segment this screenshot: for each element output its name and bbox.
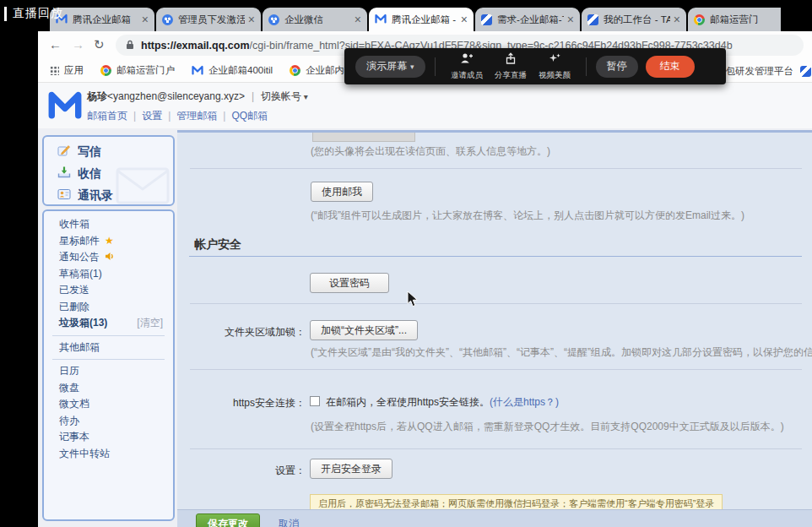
divider	[190, 303, 802, 304]
https-text: 在邮箱内，全程使用https安全链接。	[326, 396, 490, 408]
sidebar-item-announcements[interactable]: 通知公告	[44, 249, 173, 266]
bookmark-exmail-400[interactable]: 企业邮箱400itil	[192, 63, 273, 79]
sidebar-item-notebook[interactable]: 记事本	[44, 429, 173, 446]
sidebar-item-wedoc[interactable]: 微文档	[44, 396, 173, 413]
close-icon[interactable]: ×	[248, 14, 255, 25]
sidebar-item-todo[interactable]: 待办	[44, 413, 173, 430]
sidebar-folders: 收件箱 星标邮件★ 通知公告 草稿箱(1) 已发送 已删除 垃圾箱(13)[清空…	[42, 209, 175, 521]
tab-wecom[interactable]: 企业微信 ×	[263, 8, 367, 31]
tab-label: 需求-企业邮箱-TA	[497, 14, 564, 26]
close-icon[interactable]: ×	[355, 14, 361, 25]
divider	[52, 359, 165, 360]
folder-label: 垃圾箱(13)	[59, 316, 107, 330]
tab-label: 腾讯企业邮箱 - 常	[392, 14, 457, 26]
toolbar-item-label: 视频美颜	[539, 69, 571, 80]
sidebar-item-junk[interactable]: 垃圾箱(13)[清空]	[44, 315, 173, 332]
user-email: <yangzhen@silenceyang.xyz>	[107, 90, 245, 102]
sidebar-item-sent[interactable]: 已发送	[44, 282, 173, 299]
avatar-upload-button-clipped[interactable]	[312, 133, 415, 142]
toolbar-item-label: 邀请成员	[451, 69, 483, 80]
link-qq-mail[interactable]: QQ邮箱	[217, 109, 268, 123]
inbox-download-icon	[57, 166, 71, 182]
close-icon[interactable]: ×	[461, 14, 468, 25]
folder-label: 草稿箱(1)	[59, 267, 102, 281]
https-note: (设置全程https后，若从QQ进入邮箱，需重新登录QQ才生效。目前支持QQ20…	[311, 420, 784, 434]
sidebar-actions: 写信 收信 通讯录	[42, 135, 175, 206]
meeting-toolbar: 演示屏幕 邀请成员 分享直播 视频美颜 暂停 结束	[344, 48, 726, 84]
speaker-icon	[105, 252, 115, 264]
wecom-icon	[162, 14, 173, 25]
end-button[interactable]: 结束	[646, 56, 695, 78]
screen: { "overlay": { "live_badge": "直播回放", "to…	[0, 0, 812, 527]
present-screen-button[interactable]: 演示屏幕	[355, 56, 425, 78]
chrome-icon	[100, 65, 111, 76]
sidebar-item-receive[interactable]: 收信	[44, 163, 173, 185]
enable-secure-login-button[interactable]: 开启安全登录	[310, 459, 392, 479]
mailme-button[interactable]: 使用邮我	[311, 182, 373, 202]
folder-label: 文件中转站	[59, 447, 110, 461]
back-icon[interactable]: ←	[49, 37, 62, 52]
save-changes-button[interactable]: 保存更改	[196, 513, 260, 527]
bookmark-mail-portal[interactable]: 邮箱运营门户	[100, 64, 175, 77]
close-icon[interactable]: ×	[674, 14, 680, 25]
switch-account-link[interactable]: 切换帐号	[261, 90, 308, 102]
bookmark-outsourcing-platform[interactable]: 外包研发管理平台	[716, 59, 812, 83]
sidebar-item-contacts[interactable]: 通讯录	[44, 185, 173, 206]
exmail-icon	[375, 12, 387, 27]
chrome-icon	[290, 65, 300, 76]
tab-tapd-workbench[interactable]: 我的工作台 - TAP ×	[582, 8, 686, 31]
tab-exmail-active[interactable]: 腾讯企业邮箱 - 常 ×	[369, 8, 474, 31]
folder-label: 微盘	[59, 381, 79, 395]
tab-mail-portal[interactable]: 邮箱运营门	[688, 8, 781, 31]
share-live-button[interactable]: 分享直播	[489, 52, 533, 81]
what-is-https-link[interactable]: (什么是https？)	[490, 396, 559, 408]
tab-label: 管理员下发激活码	[178, 14, 245, 26]
settings-content: (您的头像将会出现在读信页面、联系人信息等地方。) 使用邮我 (“邮我”组件可以…	[177, 130, 812, 527]
sidebar-item-label: 收信	[78, 166, 101, 182]
sidebar-item-starred[interactable]: 星标邮件★	[44, 233, 173, 250]
video-beauty-button[interactable]: 视频美颜	[533, 52, 577, 81]
sidebar-item-compose[interactable]: 写信	[44, 141, 173, 163]
folder-label: 通知公告	[59, 250, 100, 264]
sidebar-item-deleted[interactable]: 已删除	[44, 299, 173, 316]
footer-bar: 保存更改 取消	[177, 509, 812, 527]
link-manage-mail[interactable]: 管理邮箱	[162, 109, 217, 123]
contacts-card-icon	[57, 187, 71, 204]
https-checkbox[interactable]	[310, 396, 320, 406]
section-underline	[189, 256, 802, 257]
section-title-account-security: 帐户安全	[194, 237, 241, 253]
sidebar-item-wedrive[interactable]: 微盘	[44, 380, 173, 397]
tab-label: 腾讯企业邮箱	[73, 14, 138, 26]
tab-wecom-admin[interactable]: 管理员下发激活码 ×	[156, 8, 261, 31]
tab-exmail-1[interactable]: 腾讯企业邮箱 ×	[50, 8, 154, 31]
chrome-icon	[694, 14, 705, 25]
set-password-button[interactable]: 设置密码	[310, 273, 389, 293]
forward-icon[interactable]: →	[72, 37, 84, 52]
invite-members-button[interactable]: 邀请成员	[445, 52, 489, 81]
close-icon[interactable]: ×	[142, 14, 149, 25]
sidebar-item-other-mailbox[interactable]: 其他邮箱	[44, 340, 173, 356]
divider	[190, 369, 802, 370]
bookmark-apps[interactable]: 应用	[50, 64, 84, 77]
tab-tapd-requirement[interactable]: 需求-企业邮箱-TA ×	[475, 8, 580, 31]
folder-label: 已删除	[59, 300, 89, 314]
mail-header: 杨珍<yangzhen@silenceyang.xyz>|切换帐号 邮箱首页 设…	[38, 83, 812, 128]
close-icon[interactable]: ×	[567, 14, 574, 25]
link-mail-home[interactable]: 邮箱首页	[87, 109, 127, 123]
sidebar-item-file-transfer[interactable]: 文件中转站	[44, 446, 173, 463]
compose-icon	[57, 144, 71, 160]
sidebar-item-drafts[interactable]: 草稿箱(1)	[44, 266, 173, 283]
folder-lock-button[interactable]: 加锁“文件夹区域”...	[310, 320, 418, 340]
pause-button[interactable]: 暂停	[596, 56, 638, 78]
apps-grid-icon	[50, 66, 59, 75]
link-settings[interactable]: 设置	[127, 109, 162, 123]
reload-icon[interactable]: ↻	[94, 37, 105, 52]
share-up-icon	[504, 52, 517, 68]
cancel-link[interactable]: 取消	[279, 517, 299, 527]
exmail-logo	[48, 90, 82, 123]
account-line: 杨珍<yangzhen@silenceyang.xyz>|切换帐号	[87, 90, 308, 104]
clear-junk-link[interactable]: [清空]	[137, 316, 163, 330]
sidebar-item-inbox[interactable]: 收件箱	[44, 216, 173, 233]
tapd-icon	[800, 66, 811, 77]
sidebar-item-calendar[interactable]: 日历	[44, 363, 173, 380]
